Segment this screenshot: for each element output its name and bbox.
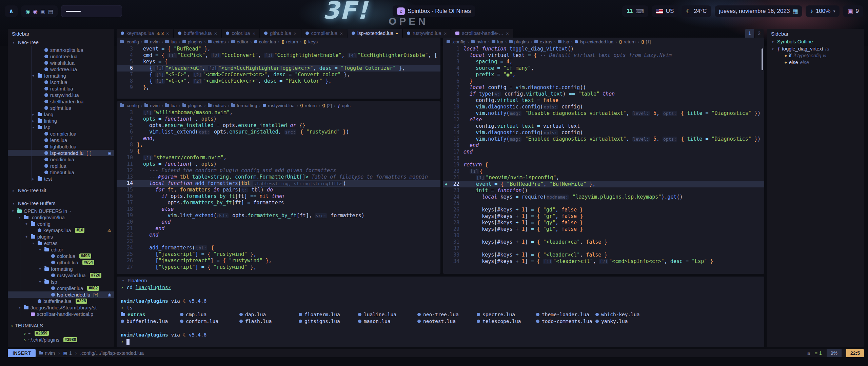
code-line[interactable]: 20 end: [117, 219, 440, 225]
code-line[interactable]: 10 [1]"stevearc/conform.nvim",: [117, 155, 440, 161]
file-entry[interactable]: gitsigns.lua: [299, 318, 358, 325]
code-line[interactable]: 5 opts.ensure_installed = opts.ensure_in…: [117, 122, 440, 129]
tab-keymaps-lua[interactable]: keymaps.lua⚠ 3×: [117, 29, 173, 38]
code-line[interactable]: 13 config.virtual_text = virtual_text: [443, 123, 764, 129]
code-line[interactable]: 32: [443, 245, 764, 252]
code-line[interactable]: 4 cmd = { [1]"CccPick", [2]"CccConvert",…: [117, 52, 440, 59]
code-line[interactable]: 14 local function add_formatters(tbl :ta…: [117, 180, 440, 187]
file-entry[interactable]: conform.lua: [180, 318, 239, 325]
breadcrumb-item[interactable]: nvim: [144, 103, 160, 108]
tree-item[interactable]: winshift.lua: [8, 60, 114, 66]
tab-bufferline-lua[interactable]: bufferline.lua×: [174, 29, 221, 38]
code-line[interactable]: 7 end,: [117, 135, 440, 142]
tabpage-2[interactable]: 2: [755, 29, 764, 38]
tab-lsp-extended-lua[interactable]: lsp-extended.lua●: [348, 29, 402, 38]
code-line[interactable]: 7 { [1]"<S-C>", [2]"<cmd>CccConvert<cr>"…: [117, 72, 440, 78]
tree-item[interactable]: ▾lsp: [8, 279, 114, 285]
code-line[interactable]: 28 keys[#keys + 1] = { "gy", false }: [443, 220, 764, 226]
section-header-neotree[interactable]: ▾Neo-Tree: [8, 38, 114, 47]
tree-item[interactable]: ▾config: [8, 221, 114, 227]
code-line[interactable]: 33 keys[#keys + 1] = { "<leader>cl", fal…: [443, 252, 764, 258]
scrollbar-handle[interactable]: [762, 48, 763, 70]
tree-item[interactable]: lens.lua: [8, 137, 114, 143]
tree-item[interactable]: rustfmt.lua: [8, 85, 114, 92]
buffer-segment[interactable]: ▤ 1: [60, 349, 75, 357]
code-line[interactable]: 23 init = function(): [443, 187, 764, 194]
updates-widget[interactable]: ▣ 9: [843, 5, 863, 17]
close-icon[interactable]: ×: [294, 30, 297, 36]
code-line[interactable]: 12 else: [443, 117, 764, 123]
breadcrumb-item[interactable]: plugins: [182, 39, 202, 44]
file-entry[interactable]: telescope.lua: [477, 318, 536, 325]
terminal-line[interactable]: nvim/lua/plugins via ☾ v5.4.6: [121, 331, 760, 338]
floaterm-panel[interactable]: ▾Floaterm› cd lua/plugins/nvim/lua/plugi…: [117, 277, 764, 347]
breadcrumb-item[interactable]: nvim: [471, 39, 486, 44]
terminal-line[interactable]: [121, 325, 760, 331]
section-header-terminals[interactable]: ›TERMINALS: [8, 321, 114, 330]
code-line[interactable]: 16 end: [443, 142, 764, 149]
code-line[interactable]: 6 { [1]"<leader>uC", [2]"<cmd>CccHighlig…: [117, 65, 440, 72]
circle-teal-icon[interactable]: ◉: [25, 8, 30, 15]
close-icon[interactable]: ×: [166, 30, 169, 36]
close-icon[interactable]: ×: [252, 30, 255, 36]
symbols-outline-header[interactable]: ▾ Symbols Outline: [767, 38, 864, 45]
breadcrumb-item[interactable]: nvim: [144, 39, 160, 44]
breadcrumb-item[interactable]: {}return: [300, 103, 317, 108]
terminal-line[interactable]: nvim/lua/plugins via ☾ v5.4.6: [121, 298, 760, 304]
tree-item[interactable]: isort.lua: [8, 79, 114, 85]
code-line[interactable]: 24 local keys = require(modname: "lazyvi…: [443, 194, 764, 200]
tree-item[interactable]: ▾editor: [8, 246, 114, 253]
tab-scrollbar-handle-[interactable]: scrollbar-handle-…×: [451, 29, 513, 38]
tree-item[interactable]: github.lua#654: [8, 259, 114, 266]
tree-item[interactable]: sqlfmt.lua: [8, 105, 114, 111]
music-widget[interactable]: ♫ Spiritbox - Rule Of Nines: [393, 5, 475, 17]
breadcrumb-item[interactable]: plugins: [182, 103, 202, 108]
weather-widget[interactable]: ☾ 24°C: [682, 5, 711, 17]
code-line[interactable]: 22 end: [117, 232, 440, 238]
tree-item[interactable]: lsp-extended.lu[+]◉: [8, 291, 114, 298]
tab-github-lua[interactable]: github.lua×: [260, 29, 301, 38]
code-line[interactable]: 27 keys[#keys + 1] = { "gr", false }: [443, 213, 764, 220]
tree-item[interactable]: timeout.lua: [8, 169, 114, 176]
terminal-line[interactable]: ›: [121, 338, 760, 345]
code-line[interactable]: 7 local config = vim.diagnostic.config(): [443, 84, 764, 91]
code-line[interactable]: 6 vim.list_extend(dst: opts.ensure_insta…: [117, 129, 440, 135]
code-line[interactable]: 29 keys[#keys + 1] = { "gI", false }: [443, 226, 764, 232]
file-entry[interactable]: which-key.lua: [595, 311, 655, 318]
code-line[interactable]: 9{: [117, 148, 440, 155]
close-icon[interactable]: ×: [340, 30, 343, 36]
code-line[interactable]: 23: [117, 238, 440, 245]
tree-item[interactable]: ▸lang: [8, 111, 114, 118]
code-line[interactable]: 20 [1]{: [443, 168, 764, 175]
code-line[interactable]: 19 vim.list_extend(dst: opts.formatters_…: [117, 212, 440, 219]
file-entry[interactable]: floaterm.lua: [299, 311, 358, 318]
tree-item[interactable]: keymaps.lua#10⚠: [8, 227, 114, 233]
tree-item[interactable]: scrollbar-handle-vertical.p: [8, 311, 114, 317]
code-line[interactable]: 14 vim.diagnostic.config(opts: config): [443, 129, 764, 136]
tree-item[interactable]: undotree.lua: [8, 53, 114, 60]
workspace-widget[interactable]: 11 ⌨: [622, 5, 648, 17]
code-line[interactable]: 1local function toggle_diag_virtext(): [443, 46, 764, 52]
code-line[interactable]: 17end: [443, 149, 764, 155]
breadcrumb-item[interactable]: editor: [231, 39, 248, 44]
keyboard-layout-widget[interactable]: US: [652, 5, 678, 17]
tree-item[interactable]: repl.lua: [8, 163, 114, 169]
breadcrumb-item[interactable]: lsp: [558, 39, 569, 44]
file-entry[interactable]: cmp.lua: [180, 311, 239, 318]
code-line[interactable]: 30: [443, 232, 764, 239]
tree-item[interactable]: color.lua#493: [8, 253, 114, 259]
project-segment[interactable]: nvim: [36, 349, 58, 357]
tree-item[interactable]: ›~#2859: [8, 330, 114, 337]
code-line[interactable]: 15 vim.notify(msg: "Enabled diagnostics …: [443, 136, 764, 142]
file-entry[interactable]: dap.lua: [239, 311, 299, 318]
tree-item[interactable]: bufferline.lua#328: [8, 298, 114, 304]
code-line[interactable]: 8 { [1]"<C-c>", [2]"<cmd>CccPick<cr>", d…: [117, 78, 440, 84]
code-line[interactable]: 10 vim.diagnostic.config(opts: config): [443, 104, 764, 110]
file-entry[interactable]: lualine.lua: [358, 311, 417, 318]
tree-item[interactable]: compiler.lua: [8, 130, 114, 137]
file-entry[interactable]: theme-loader.lua: [536, 311, 595, 318]
code-line[interactable]: 26 keys[#keys + 1] = { "gd", false }: [443, 207, 764, 213]
code-line[interactable]: 8 if type(v: config.virtual_text) == "ta…: [443, 91, 764, 97]
breadcrumb-item[interactable]: lsp-extended.lua: [575, 39, 613, 44]
outline-item[interactable]: ◆elseelse: [767, 59, 864, 66]
